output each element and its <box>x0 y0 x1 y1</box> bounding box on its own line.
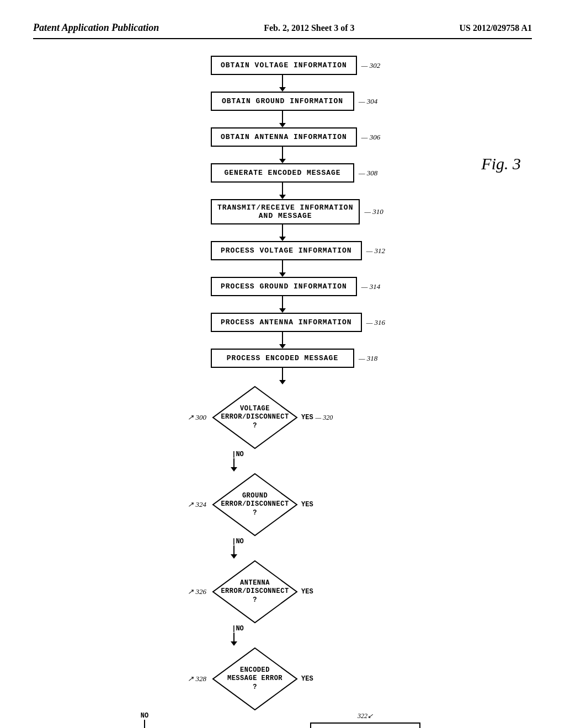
step-306-label: — 306 <box>361 133 380 142</box>
outcome-322-box: TAKE REMEDIAL ACTION/CONTROLOVER VEHICLE <box>310 722 420 728</box>
step-316-label: — 316 <box>366 318 385 327</box>
no-label-320: |NO <box>232 451 244 458</box>
step-316-box: PROCESS ANTENNA INFORMATION <box>211 313 362 332</box>
diamond-326-text: ANTENNAERROR/DISCONNECT? <box>221 579 289 605</box>
step-318-box: PROCESS ENCODED MESSAGE <box>211 349 354 368</box>
step-304-box: OBTAIN GROUND INFORMATION <box>211 92 354 111</box>
step-306-row: OBTAIN ANTENNA INFORMATION — 306 <box>89 127 476 147</box>
no-label-326: |NO <box>232 625 244 633</box>
page: Patent Application Publication Feb. 2, 2… <box>0 0 565 728</box>
diamond-320-label: — 320 <box>316 414 333 422</box>
diamond-320-text: VOLTAGEERROR/DISCONNECT? <box>221 405 289 431</box>
diamond-326-row: ↗ 326 ANTENNAERROR/DISCONNECT? YES <box>89 559 476 625</box>
step-318-row: PROCESS ENCODED MESSAGE — 318 <box>89 349 476 368</box>
step-314-label: — 314 <box>361 282 380 291</box>
arrow-324-no: |NO <box>89 538 476 559</box>
arrow-314-316 <box>89 296 476 313</box>
step-304-label: — 304 <box>359 97 377 106</box>
diamond-326: ANTENNAERROR/DISCONNECT? <box>211 559 299 625</box>
step-314-box: PROCESS GROUND INFORMATION <box>211 277 357 296</box>
yes-label-320: YES <box>301 414 313 421</box>
arrow-306-308 <box>89 147 476 163</box>
no-label-324: |NO <box>232 538 244 545</box>
step-318-label: — 318 <box>359 354 377 363</box>
diamond-324-text: GROUNDERROR/DISCONNECT? <box>221 492 289 518</box>
header-right: US 2012/029758 A1 <box>459 23 532 33</box>
step-316-row: PROCESS ANTENNA INFORMATION — 316 <box>89 313 476 332</box>
fig-3-label: Fig. 3 <box>481 154 521 173</box>
label-322: 322↙ <box>358 712 373 720</box>
arrow-312-314 <box>89 260 476 277</box>
header-center: Feb. 2, 2012 Sheet 3 of 3 <box>264 23 354 33</box>
step-314-row: PROCESS GROUND INFORMATION — 314 <box>89 277 476 296</box>
arrow-318-320 <box>89 368 476 384</box>
step-302-box: OBTAIN VOLTAGE INFORMATION <box>211 56 357 75</box>
step-310-row: TRANSMIT/RECEIVE INFORMATIONAND MESSAGE … <box>89 199 476 224</box>
arrow-326-no: |NO <box>89 625 476 646</box>
step-310-label: — 310 <box>364 207 383 216</box>
step-310-box: TRANSMIT/RECEIVE INFORMATIONAND MESSAGE <box>211 199 360 224</box>
step-312-label: — 312 <box>366 247 385 255</box>
step-308-label: — 308 <box>359 169 377 178</box>
yes-label-328: YES <box>301 675 313 683</box>
arrow-310-312 <box>89 224 476 241</box>
step-306-box: OBTAIN ANTENNA INFORMATION <box>211 127 357 147</box>
diamond-324: GROUNDERROR/DISCONNECT? <box>211 472 299 538</box>
diamond-320: VOLTAGEERROR/DISCONNECT? <box>211 384 299 451</box>
diamond-328-row: ↗ 328 ENCODEDMESSAGE ERROR? YES <box>89 646 476 712</box>
diamond-324-row: ↗ 324 GROUNDERROR/DISCONNECT? YES <box>89 472 476 538</box>
bottom-section: NO 330↙ NO REMEDIAL ACTION/CONTROLOVER V… <box>89 712 420 728</box>
no-label-final: NO <box>141 712 148 720</box>
header: Patent Application Publication Feb. 2, 2… <box>33 22 532 39</box>
arrow-316-318 <box>89 332 476 349</box>
yes-label-326: YES <box>301 588 313 596</box>
diamond-328-text: ENCODEDMESSAGE ERROR? <box>227 666 282 692</box>
diamond-320-row: ↗ 300 VOLTAGEERROR/DISCONNECT? YES — 320 <box>89 384 476 451</box>
no-path: NO 330↙ NO REMEDIAL ACTION/CONTROLOVER V… <box>89 712 200 728</box>
arrow-320-no: |NO <box>89 451 476 472</box>
step-302-row: OBTAIN VOLTAGE INFORMATION — 302 <box>89 56 476 75</box>
step-302-label: — 302 <box>361 61 380 70</box>
header-left: Patent Application Publication <box>33 22 159 34</box>
arrow-304-306 <box>89 111 476 127</box>
yes-path: 322↙ TAKE REMEDIAL ACTION/CONTROLOVER VE… <box>310 712 420 728</box>
step-304-row: OBTAIN GROUND INFORMATION — 304 <box>89 92 476 111</box>
step-312-box: PROCESS VOLTAGE INFORMATION <box>211 241 362 260</box>
step-308-box: GENERATE ENCODED MESSAGE <box>211 163 354 183</box>
yes-label-324: YES <box>301 501 313 508</box>
step-312-row: PROCESS VOLTAGE INFORMATION — 312 <box>89 241 476 260</box>
diamond-328: ENCODEDMESSAGE ERROR? <box>211 646 299 712</box>
arrow-302-304 <box>89 75 476 92</box>
arrow-308-310 <box>89 183 476 199</box>
step-308-row: GENERATE ENCODED MESSAGE — 308 <box>89 163 476 183</box>
